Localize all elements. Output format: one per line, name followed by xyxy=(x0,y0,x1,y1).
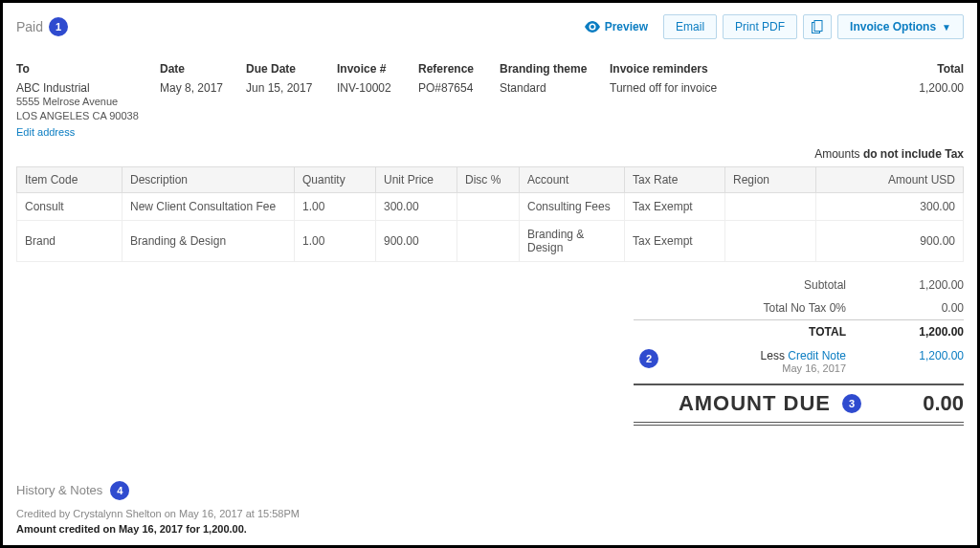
subtotal-label: Subtotal xyxy=(634,278,873,292)
col-tax-rate: Tax Rate xyxy=(625,166,725,192)
reminders-value: Turned off for invoice xyxy=(610,81,734,95)
table-row: BrandBranding & Design1.00900.00Branding… xyxy=(17,220,964,261)
notax-amount: 0.00 xyxy=(873,301,964,315)
cell-amount: 900.00 xyxy=(816,220,964,261)
cell-account: Consulting Fees xyxy=(520,192,625,220)
credit-note-date: May 16, 2017 xyxy=(664,362,846,374)
col-disc: Disc % xyxy=(457,166,520,192)
preview-label: Preview xyxy=(605,20,648,33)
cell-account: Branding & Design xyxy=(520,220,625,261)
annotation-1: 1 xyxy=(49,17,68,36)
total-header: Total xyxy=(919,62,964,76)
amounts-note: Amounts do not include Tax xyxy=(16,147,964,161)
credit-note-link[interactable]: Credit Note xyxy=(788,349,846,362)
due-date-value: Jun 15, 2017 xyxy=(246,81,318,95)
reference-value: PO#87654 xyxy=(418,81,480,95)
to-header: To xyxy=(16,62,141,76)
annotation-4: 4 xyxy=(110,481,129,500)
svg-point-0 xyxy=(590,25,594,29)
col-unit-price: Unit Price xyxy=(376,166,457,192)
copy-button[interactable] xyxy=(803,14,832,39)
cell-disc xyxy=(457,192,520,220)
branding-value: Standard xyxy=(500,81,590,95)
svg-rect-2 xyxy=(814,21,822,32)
grand-total-amount: 1,200.00 xyxy=(873,325,964,339)
col-quantity: Quantity xyxy=(295,166,376,192)
amount-due-value: 0.00 xyxy=(873,391,964,416)
history-line-1: Credited by Crystalynn Shelton on May 16… xyxy=(16,508,964,519)
amount-due-label: AMOUNT DUE xyxy=(634,391,842,416)
total-value: 1,200.00 xyxy=(919,81,964,95)
cell-qty: 1.00 xyxy=(295,192,376,220)
cell-price: 300.00 xyxy=(376,192,457,220)
cell-tax: Tax Exempt xyxy=(625,220,725,261)
preview-link[interactable]: Preview xyxy=(585,20,648,33)
cell-tax: Tax Exempt xyxy=(625,192,725,220)
address-line-1: 5555 Melrose Avenue xyxy=(16,95,141,109)
email-button[interactable]: Email xyxy=(663,14,717,39)
cell-code: Brand xyxy=(17,220,122,261)
col-account: Account xyxy=(520,166,625,192)
col-region: Region xyxy=(725,166,816,192)
cell-region xyxy=(725,192,816,220)
cell-code: Consult xyxy=(17,192,122,220)
line-items-table: Item Code Description Quantity Unit Pric… xyxy=(16,166,964,262)
invoice-options-label: Invoice Options xyxy=(850,20,936,33)
history-notes-title: History & Notes xyxy=(16,483,102,497)
col-amount: Amount USD xyxy=(816,166,964,192)
cell-disc xyxy=(457,220,520,261)
credit-note-amount: 1,200.00 xyxy=(873,349,964,362)
cell-price: 900.00 xyxy=(376,220,457,261)
date-value: May 8, 2017 xyxy=(160,81,227,95)
cell-qty: 1.00 xyxy=(295,220,376,261)
print-pdf-button[interactable]: Print PDF xyxy=(723,14,797,39)
invoice-options-button[interactable]: Invoice Options ▼ xyxy=(837,14,964,39)
cell-desc: Branding & Design xyxy=(122,220,295,261)
branding-header: Branding theme xyxy=(500,62,590,76)
date-header: Date xyxy=(160,62,227,76)
annotation-2: 2 xyxy=(639,349,658,368)
totals-section: Subtotal 1,200.00 Total No Tax 0% 0.00 T… xyxy=(634,274,964,426)
annotation-3: 3 xyxy=(842,394,861,413)
reference-header: Reference xyxy=(418,62,480,76)
col-description: Description xyxy=(122,166,295,192)
col-item-code: Item Code xyxy=(17,166,122,192)
invoice-status: Paid xyxy=(16,19,43,34)
cell-amount: 300.00 xyxy=(816,192,964,220)
less-label: Less xyxy=(761,349,789,362)
address-line-2: LOS ANGELES CA 90038 xyxy=(16,109,141,123)
table-row: ConsultNew Client Consultation Fee1.0030… xyxy=(17,192,964,220)
history-line-2: Amount credited on May 16, 2017 for 1,20… xyxy=(16,523,964,535)
customer-name-link[interactable]: ABC Industrial xyxy=(16,81,141,95)
due-date-header: Due Date xyxy=(246,62,318,76)
edit-address-link[interactable]: Edit address xyxy=(16,126,141,138)
cell-desc: New Client Consultation Fee xyxy=(122,192,295,220)
eye-icon xyxy=(585,21,600,33)
cell-region xyxy=(725,220,816,261)
chevron-down-icon: ▼ xyxy=(942,22,951,33)
grand-total-label: TOTAL xyxy=(634,325,873,339)
reminders-header: Invoice reminders xyxy=(610,62,734,76)
invoice-no-header: Invoice # xyxy=(337,62,399,76)
notax-label: Total No Tax 0% xyxy=(634,301,873,315)
subtotal-amount: 1,200.00 xyxy=(873,278,964,292)
invoice-no-value: INV-10002 xyxy=(337,81,399,95)
copy-icon xyxy=(812,20,823,33)
